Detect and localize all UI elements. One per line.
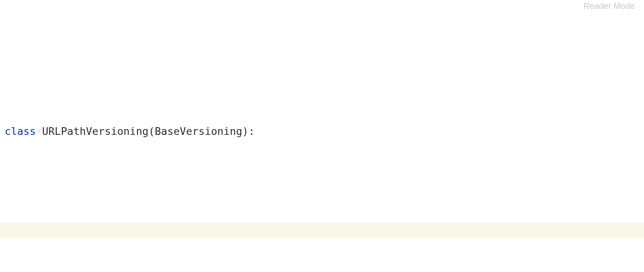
code-editor[interactable]: Reader Mode class·URLPathVersioning(Base… bbox=[0, 0, 644, 272]
code-line[interactable]: class·URLPathVersioning(BaseVersioning): bbox=[0, 121, 644, 142]
keyword-class: class bbox=[5, 125, 36, 137]
highlighted-blank-line bbox=[0, 222, 644, 238]
ws-dot: · bbox=[36, 125, 42, 137]
reader-mode-label: Reader Mode bbox=[584, 0, 635, 15]
class-name: URLPathVersioning(BaseVersioning): bbox=[42, 125, 255, 137]
